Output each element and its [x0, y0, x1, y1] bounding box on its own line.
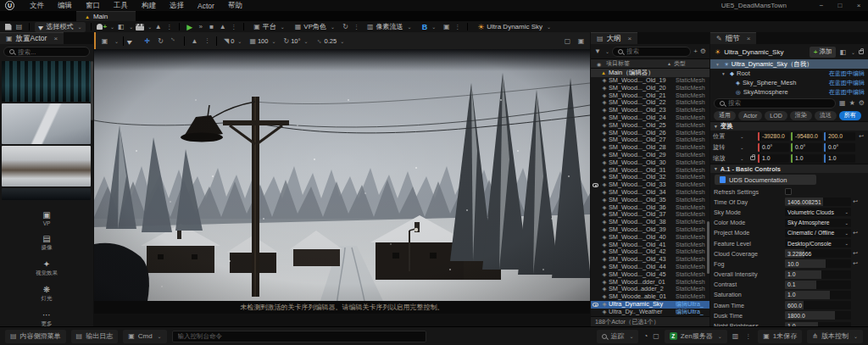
- place-search-box[interactable]: [3, 47, 90, 57]
- outliner-row[interactable]: ◈ SM_Wood..adder_2 StaticMesh: [591, 286, 709, 293]
- scene-thumbnail[interactable]: [2, 61, 91, 102]
- close-button[interactable]: ×: [849, 2, 868, 9]
- property-value-input[interactable]: 1406.008251 ⌄: [785, 198, 851, 206]
- landscape-button[interactable]: ▲: [153, 22, 163, 31]
- outliner-row[interactable]: ◈ SM_Wood..._Old_43 StaticMesh: [591, 256, 709, 264]
- chevron-down-icon[interactable]: ⌄: [740, 156, 747, 161]
- surface-snap-dropdown[interactable]: ◥ 0 ⌄: [221, 37, 244, 45]
- outliner-search-box[interactable]: [612, 47, 691, 57]
- settings-gear-icon[interactable]: ⚙: [700, 47, 706, 55]
- property-value-input[interactable]: 600.0 ⌄: [785, 301, 851, 309]
- outliner-row[interactable]: ◈ Ultra_Dy.._Weather 编辑Ultra_: [591, 309, 709, 316]
- scrollbar[interactable]: [707, 221, 709, 274]
- chevron-down-icon[interactable]: ⌄: [110, 24, 114, 30]
- filter-tab[interactable]: Actor: [738, 111, 762, 120]
- cinematics-button[interactable]: [135, 22, 144, 31]
- chevron-down-icon[interactable]: ⌄: [129, 24, 133, 30]
- platforms-dropdown[interactable]: ▣ 平台 ⌄: [249, 22, 289, 32]
- cmd-dropdown[interactable]: ▣ Cmd ⌄: [123, 330, 166, 343]
- outliner-row[interactable]: ◈ SM_Woode..able_01 StaticMesh: [591, 293, 709, 301]
- maximize-button[interactable]: □: [831, 2, 849, 9]
- bridge-dropdown[interactable]: B ⌄: [418, 22, 441, 32]
- outliner-row[interactable]: ◈ SM_Wood..._Old_44 StaticMesh: [591, 264, 709, 271]
- settings-gear-icon[interactable]: ⚙: [859, 99, 865, 107]
- place-search-input[interactable]: [18, 48, 84, 56]
- property-value-input[interactable]: 0.1 ⌄: [785, 281, 851, 289]
- property-value-input[interactable]: Desktop/Console ⌄: [785, 239, 851, 248]
- outliner-row[interactable]: ◈ SM_Wood..._Old_26 StaticMesh: [591, 130, 709, 137]
- launch-button[interactable]: ▲: [218, 22, 227, 31]
- edit-in-blueprint-link[interactable]: 在蓝图中编辑: [829, 70, 865, 78]
- revision-control-button[interactable]: ↻: [341, 22, 350, 31]
- outliner-root-row[interactable]: ▲ Main（编辑器）: [591, 69, 709, 77]
- details-search-input[interactable]: [728, 99, 830, 107]
- edit-in-blueprint-link[interactable]: 在蓝图中编辑: [829, 88, 865, 97]
- menu-item[interactable]: 选择: [163, 0, 191, 11]
- kebab-menu-icon[interactable]: ⋮: [204, 37, 210, 44]
- eye-icon[interactable]: [593, 183, 598, 187]
- kebab-menu-icon[interactable]: ⋮: [454, 24, 460, 31]
- rotate-tool-button[interactable]: ↻: [155, 36, 166, 46]
- rotation-snap-dropdown[interactable]: ↻ 10° ⌄: [281, 37, 311, 45]
- blueprints-button[interactable]: ◧: [116, 22, 125, 31]
- menu-item[interactable]: 窗口: [79, 0, 107, 11]
- add-component-button[interactable]: +添加: [810, 47, 837, 58]
- viewport-options-button[interactable]: ▣: [99, 36, 110, 46]
- property-value-input[interactable]: 10.0 ⌄: [785, 259, 851, 268]
- transform-z-input[interactable]: 200.0: [824, 132, 855, 141]
- transform-z-input[interactable]: 0.0°: [824, 143, 855, 152]
- outliner-row[interactable]: ◈ SM_Wood..._Old_29 StaticMesh: [591, 152, 709, 159]
- chevron-down-icon[interactable]: ⌄: [740, 145, 747, 150]
- close-icon[interactable]: ×: [53, 35, 58, 42]
- filter-tab[interactable]: 所有: [839, 111, 861, 120]
- ultra-dynamic-sky-dropdown[interactable]: ☀ Ultra Dynamic Sky ⌄: [473, 22, 555, 32]
- outliner-row[interactable]: ◈ SM_Wood..._Old_25 StaticMesh: [591, 122, 709, 130]
- outliner-row[interactable]: ◈ SM_Wood..._Old_35 StaticMesh: [591, 197, 709, 204]
- outliner-tab[interactable]: ▤ 大纲 ×: [591, 32, 709, 44]
- content-drawer-button[interactable]: ▤ 内容侧滑菜单: [5, 330, 66, 343]
- component-row[interactable]: ▾ ◎ SkyAtmosphere 在蓝图中编辑: [710, 87, 868, 97]
- stop-button[interactable]: ■: [207, 22, 216, 31]
- expander-icon[interactable]: ▾: [722, 71, 727, 76]
- edit-in-blueprint-link[interactable]: 在蓝图中编辑: [829, 79, 865, 87]
- unsaved-changes-button[interactable]: ▣ 1未保存: [758, 330, 802, 343]
- reset-to-default-button[interactable]: ↩: [851, 260, 860, 267]
- property-value-input[interactable]: 1.0 ⌄: [785, 270, 851, 279]
- menu-item[interactable]: Actor: [191, 0, 221, 11]
- filter-tab[interactable]: 流送: [815, 111, 837, 120]
- reset-to-default-button[interactable]: ↩: [851, 230, 860, 236]
- screenshot-button[interactable]: ▣: [442, 22, 451, 31]
- filter-tab[interactable]: 渲染: [790, 111, 812, 120]
- property-value-input[interactable]: 1.0 ⌄: [785, 291, 851, 299]
- menu-item[interactable]: 帮助: [221, 0, 249, 11]
- chevron-down-icon[interactable]: ⌄: [147, 24, 152, 30]
- outliner-row[interactable]: ◈ Ultra_Dynamic_Sky 编辑Ultra_: [591, 301, 709, 309]
- add-actor-button[interactable]: +: [97, 22, 107, 31]
- scene-thumbnail[interactable]: [2, 188, 91, 200]
- outliner-row[interactable]: ◈ SM_Wood..._Old_22 StaticMesh: [591, 99, 709, 107]
- basic-controls-section-header[interactable]: ▾ A.1 - Basic Controls: [710, 164, 868, 173]
- scale-snap-dropdown[interactable]: ⇔ 0.25 ⌄: [314, 37, 348, 45]
- reset-to-default-button[interactable]: ↩: [851, 250, 860, 257]
- scene-thumbnail[interactable]: [2, 103, 91, 144]
- filter-funnel-icon[interactable]: ▼: [594, 47, 601, 55]
- transform-y-input[interactable]: 0.0°: [791, 143, 822, 152]
- outliner-row[interactable]: ◈ SM_Wood..._Old_45 StaticMesh: [591, 271, 709, 279]
- outliner-row[interactable]: ◈ SM_Wood..._Old_21 StaticMesh: [591, 92, 709, 100]
- menu-item[interactable]: 编辑: [51, 0, 79, 11]
- outliner-row[interactable]: ◈ SM_Wood..._Old_31 StaticMesh: [591, 167, 709, 175]
- transform-x-input[interactable]: -39280.0: [758, 132, 789, 141]
- kebab-menu-icon[interactable]: ⋮: [166, 24, 172, 31]
- close-icon[interactable]: ×: [747, 35, 751, 42]
- save-button[interactable]: [3, 22, 13, 31]
- play-options-icon[interactable]: ⋮: [231, 24, 236, 31]
- component-row[interactable]: ▾ ☀ Ultra_Dynamic_Sky（自我）: [710, 59, 868, 69]
- property-value-input[interactable]: Volumetric Clouds ⌄: [785, 208, 851, 216]
- lock-icon[interactable]: [859, 50, 864, 54]
- component-row[interactable]: ▾ ◆ Root 在蓝图中编辑: [710, 69, 868, 78]
- checkbox[interactable]: [785, 188, 792, 195]
- frame-skip-button[interactable]: »: [196, 22, 205, 31]
- place-category-item[interactable]: ❋ 灯光: [42, 285, 53, 303]
- vp-roles-dropdown[interactable]: ▦ VP角色 ⌄: [291, 22, 339, 32]
- transform-section-header[interactable]: ▾ 变换: [710, 121, 868, 131]
